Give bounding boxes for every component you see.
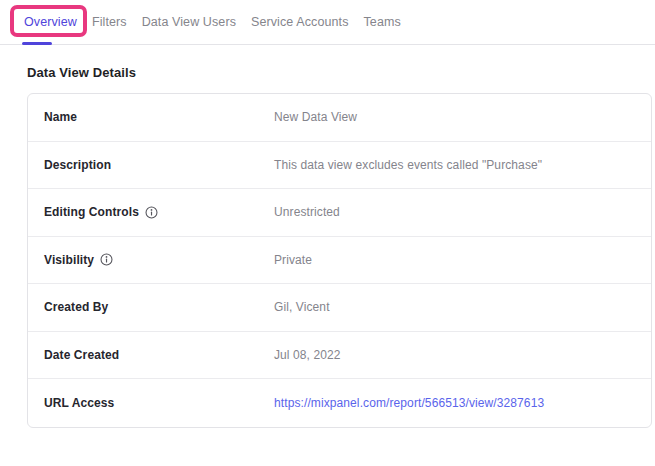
tab-service-accounts[interactable]: Service Accounts bbox=[251, 15, 348, 29]
detail-value: This data view excludes events called "P… bbox=[274, 158, 542, 172]
tab-overview-wrap: Overview bbox=[24, 15, 77, 29]
detail-label-group: Date Created bbox=[44, 348, 274, 362]
detail-label-group: Created By bbox=[44, 300, 274, 314]
detail-value: Unrestricted bbox=[274, 205, 340, 219]
info-circle-icon[interactable] bbox=[100, 253, 113, 266]
tab-filters[interactable]: Filters bbox=[92, 15, 127, 29]
detail-row: Editing Controls Unrestricted bbox=[28, 189, 651, 237]
detail-label: Name bbox=[44, 110, 77, 124]
detail-label: Description bbox=[44, 158, 111, 172]
detail-label: Date Created bbox=[44, 348, 119, 362]
detail-label-group: Description bbox=[44, 158, 274, 172]
detail-label-group: URL Access bbox=[44, 396, 274, 410]
info-circle-icon[interactable] bbox=[145, 206, 158, 219]
detail-row: Name New Data View bbox=[28, 94, 651, 142]
page-title: Data View Details bbox=[27, 65, 655, 80]
data-view-settings-page: Overview Filters Data View Users Service… bbox=[0, 0, 655, 428]
detail-value: Gil, Vicent bbox=[274, 300, 330, 314]
detail-label: Editing Controls bbox=[44, 205, 139, 219]
detail-row: URL Access https://mixpanel.com/report/5… bbox=[28, 379, 651, 427]
detail-label-group: Editing Controls bbox=[44, 205, 274, 219]
tab-overview[interactable]: Overview bbox=[24, 15, 77, 29]
detail-label: URL Access bbox=[44, 396, 114, 410]
details-card: Name New Data View Description This data… bbox=[27, 93, 652, 428]
detail-row: Date Created Jul 08, 2022 bbox=[28, 332, 651, 380]
detail-value: New Data View bbox=[274, 110, 357, 124]
active-tab-indicator bbox=[22, 42, 52, 45]
detail-value: Private bbox=[274, 253, 312, 267]
detail-label: Created By bbox=[44, 300, 108, 314]
detail-value: Jul 08, 2022 bbox=[274, 348, 341, 362]
detail-label-group: Name bbox=[44, 110, 274, 124]
url-access-link[interactable]: https://mixpanel.com/report/566513/view/… bbox=[274, 396, 544, 410]
detail-label-group: Visibility bbox=[44, 253, 274, 267]
detail-label: Visibility bbox=[44, 253, 94, 267]
tab-bar: Overview Filters Data View Users Service… bbox=[0, 0, 655, 45]
detail-row: Created By Gil, Vicent bbox=[28, 284, 651, 332]
tab-teams[interactable]: Teams bbox=[363, 15, 400, 29]
detail-row: Visibility Private bbox=[28, 237, 651, 285]
tab-data-view-users[interactable]: Data View Users bbox=[142, 15, 236, 29]
detail-row: Description This data view excludes even… bbox=[28, 142, 651, 190]
